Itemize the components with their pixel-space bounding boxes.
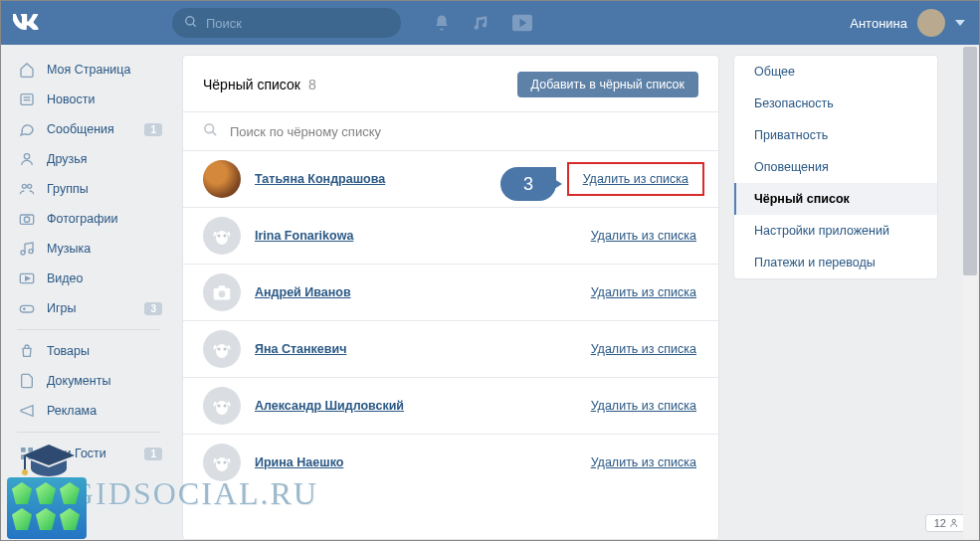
step-marker: 3 xyxy=(500,167,556,201)
svg-point-36 xyxy=(218,461,221,464)
nav-label: Товары xyxy=(47,344,90,358)
nav-docs[interactable]: Документы xyxy=(9,366,168,396)
remove-from-list-link[interactable]: Удалить из списка xyxy=(589,338,698,360)
market-icon xyxy=(17,341,37,361)
svg-point-7 xyxy=(22,184,26,188)
home-icon xyxy=(17,60,37,80)
blacklist-panel: Чёрный список 8 Добавить в чёрный список… xyxy=(182,55,719,540)
blacklist-item: Александр ШидловскийУдалить из списка xyxy=(183,378,718,435)
settings-tab[interactable]: Общее xyxy=(734,56,937,88)
blacklist-list: Татьяна КондрашоваУдалить из спискаIrina… xyxy=(183,151,718,490)
nav-friends[interactable]: Друзья xyxy=(9,144,168,174)
remove-from-list-link[interactable]: Удалить из списка xyxy=(589,395,698,417)
game-promo[interactable] xyxy=(7,477,87,539)
svg-point-25 xyxy=(224,235,227,238)
remove-from-list-link[interactable]: Удалить из списка xyxy=(573,168,698,190)
msg-icon xyxy=(17,119,37,139)
avatar xyxy=(917,9,945,37)
blacklist-search-input[interactable] xyxy=(230,124,698,139)
settings-tab[interactable]: Приватность xyxy=(734,119,937,151)
remove-from-list-link[interactable]: Удалить из списка xyxy=(589,451,698,473)
nav-home[interactable]: Моя Страница xyxy=(9,55,168,85)
scrollbar[interactable] xyxy=(963,47,977,538)
nav-apps[interactable]: Мои Гости1 xyxy=(9,439,168,468)
user-name-link[interactable]: Татьяна Кондрашова xyxy=(255,172,385,186)
bell-icon[interactable] xyxy=(433,14,451,32)
nav-ads[interactable]: Реклама xyxy=(9,396,168,426)
nav-video[interactable]: Видео xyxy=(9,264,168,293)
user-name-link[interactable]: Александр Шидловский xyxy=(255,399,404,413)
remove-from-list-link[interactable]: Удалить из списка xyxy=(589,225,698,247)
settings-side-menu: ОбщееБезопасностьПриватностьОповещенияЧё… xyxy=(733,55,938,279)
settings-tab[interactable]: Платежи и переводы xyxy=(734,247,937,278)
svg-point-37 xyxy=(224,461,227,464)
news-icon xyxy=(17,90,37,109)
nav-badge: 1 xyxy=(144,448,162,460)
add-to-blacklist-button[interactable]: Добавить в чёрный список xyxy=(517,72,698,97)
nav-label: Видео xyxy=(47,271,84,285)
settings-tab[interactable]: Оповещения xyxy=(734,151,937,183)
blacklist-header: Чёрный список 8 Добавить в чёрный список xyxy=(183,56,718,112)
svg-point-11 xyxy=(21,251,25,255)
svg-point-21 xyxy=(205,124,214,133)
svg-point-6 xyxy=(24,154,29,159)
search-box[interactable] xyxy=(172,8,401,38)
video-icon xyxy=(17,269,37,288)
nav-music[interactable]: Музыка xyxy=(9,234,168,264)
user-name-link[interactable]: Irina Fonarikowa xyxy=(255,229,353,243)
user-name-link[interactable]: Ирина Наешко xyxy=(255,455,343,469)
vk-logo[interactable] xyxy=(13,14,43,33)
photo-icon xyxy=(17,209,37,229)
play-icon[interactable] xyxy=(512,14,532,32)
nav-label: Реклама xyxy=(47,404,97,418)
svg-line-22 xyxy=(212,131,216,135)
settings-tab[interactable]: Чёрный список xyxy=(734,183,937,215)
nav-groups[interactable]: Группы xyxy=(9,174,168,204)
svg-point-24 xyxy=(218,235,221,238)
svg-rect-20 xyxy=(28,454,33,459)
settings-tab[interactable]: Настройки приложений xyxy=(734,215,937,247)
svg-point-31 xyxy=(224,348,227,351)
nav-market[interactable]: Товары xyxy=(9,336,168,366)
svg-line-1 xyxy=(193,23,196,26)
svg-rect-18 xyxy=(28,448,33,452)
blacklist-item: Ирина НаешкоУдалить из списка xyxy=(183,435,718,490)
blacklist-item: Андрей ИвановУдалить из списка xyxy=(183,265,718,321)
svg-point-0 xyxy=(186,16,194,24)
nav-games[interactable]: Игры3 xyxy=(9,293,168,323)
nav-label: Новости xyxy=(47,92,95,106)
user-avatar[interactable] xyxy=(203,444,241,481)
user-avatar[interactable] xyxy=(203,273,241,311)
remove-from-list-link[interactable]: Удалить из списка xyxy=(589,281,698,303)
user-name-link[interactable]: Яна Станкевич xyxy=(255,342,346,356)
left-nav: Моя СтраницаНовостиСообщения1ДрузьяГрупп… xyxy=(9,55,168,540)
svg-point-23 xyxy=(216,231,228,245)
search-icon xyxy=(184,15,198,32)
nav-label: Мои Гости xyxy=(47,447,106,460)
user-menu[interactable]: Антонина xyxy=(850,9,979,37)
nav-photo[interactable]: Фотографии xyxy=(9,204,168,234)
svg-point-10 xyxy=(24,217,29,222)
blacklist-item: Татьяна КондрашоваУдалить из списка xyxy=(183,151,718,208)
user-avatar[interactable] xyxy=(203,217,241,255)
user-avatar[interactable] xyxy=(203,387,241,425)
search-input[interactable] xyxy=(206,16,389,31)
svg-rect-14 xyxy=(20,305,33,312)
music-icon[interactable] xyxy=(473,14,490,32)
settings-tab[interactable]: Безопасность xyxy=(734,88,937,119)
svg-point-33 xyxy=(218,405,221,408)
nav-news[interactable]: Новости xyxy=(9,85,168,114)
svg-rect-28 xyxy=(219,285,226,288)
nav-msg[interactable]: Сообщения1 xyxy=(9,114,168,144)
chevron-down-icon xyxy=(955,20,965,26)
user-name-link[interactable]: Андрей Иванов xyxy=(255,285,351,299)
nav-label: Фотографии xyxy=(47,212,117,226)
nav-label: Моя Страница xyxy=(47,63,130,77)
svg-point-29 xyxy=(216,344,228,358)
svg-point-40 xyxy=(952,519,955,522)
search-icon xyxy=(203,122,218,140)
svg-point-12 xyxy=(29,250,33,254)
user-avatar[interactable] xyxy=(203,160,241,198)
user-avatar[interactable] xyxy=(203,330,241,368)
nav-label: Друзья xyxy=(47,152,88,166)
